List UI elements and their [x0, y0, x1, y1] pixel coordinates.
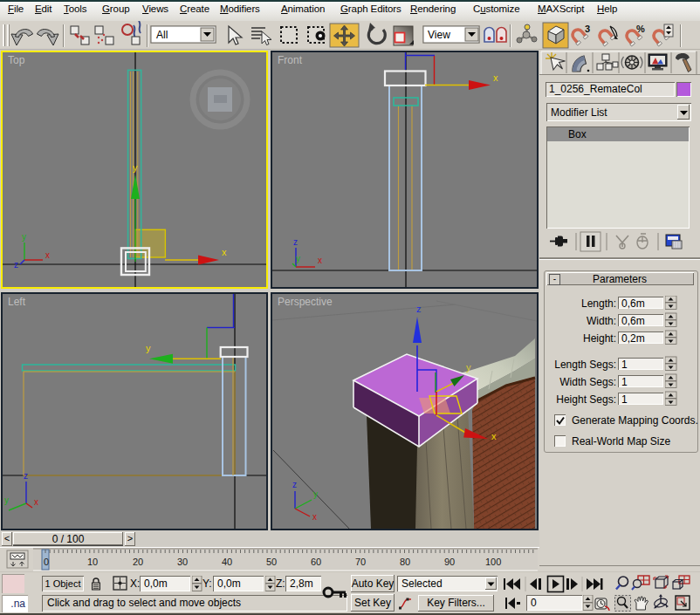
svg-text:x: x — [318, 256, 322, 265]
svg-text:40: 40 — [222, 557, 232, 567]
svg-text:%: % — [636, 24, 645, 34]
svg-text:30: 30 — [177, 557, 188, 567]
svg-text:y: y — [296, 254, 300, 263]
svg-text:y: y — [146, 343, 151, 353]
svg-text:60: 60 — [311, 557, 321, 567]
svg-text:70: 70 — [355, 557, 366, 567]
svg-text:3: 3 — [585, 24, 590, 34]
svg-text:100: 100 — [485, 557, 501, 567]
svg-text:x: x — [34, 497, 38, 507]
svg-text:x: x — [312, 512, 317, 522]
svg-text:z: z — [24, 471, 28, 481]
svg-text:90: 90 — [444, 557, 455, 567]
svg-text:x: x — [491, 431, 497, 441]
svg-text:z: z — [14, 260, 18, 270]
svg-text:x: x — [222, 247, 227, 257]
svg-text:x: x — [493, 72, 498, 83]
svg-text:y: y — [4, 495, 9, 505]
svg-text:y: y — [313, 489, 318, 499]
svg-text:10: 10 — [87, 557, 98, 567]
svg-text:x: x — [45, 250, 50, 260]
svg-text:z: z — [416, 304, 422, 314]
svg-text:0: 0 — [44, 557, 49, 567]
svg-text:y: y — [466, 362, 471, 372]
svg-text:z: z — [292, 480, 297, 489]
svg-text:y: y — [22, 232, 26, 242]
svg-text:20: 20 — [133, 557, 143, 567]
svg-text:50: 50 — [266, 557, 277, 567]
svg-text:View: View — [428, 29, 450, 41]
svg-text:z: z — [293, 237, 298, 247]
svg-text:80: 80 — [400, 557, 410, 567]
svg-text:All: All — [156, 29, 168, 41]
svg-text:y: y — [133, 162, 138, 173]
